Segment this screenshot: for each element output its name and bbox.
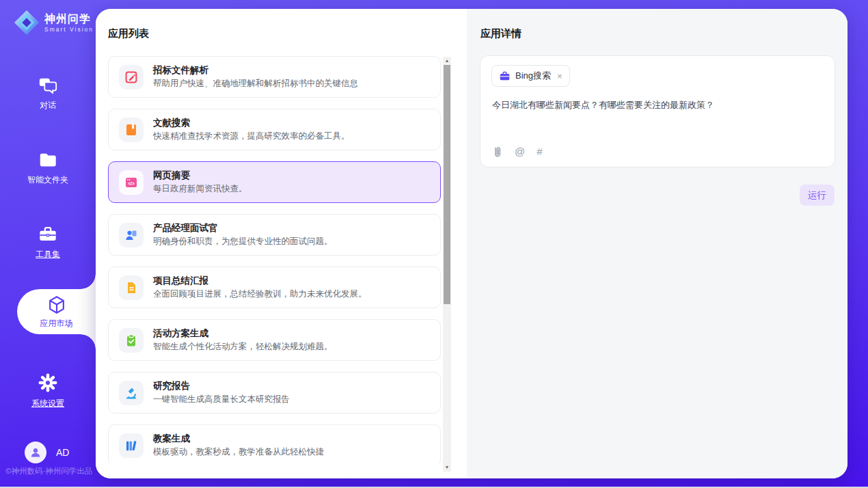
chat-icon	[38, 75, 58, 96]
scrollbar-thumb[interactable]	[444, 65, 450, 304]
app-list-item-2[interactable]: 文献搜索 快速精准查找学术资源，提高研究效率的必备工具。	[108, 109, 441, 150]
sidebar-item-label: 系统设置	[31, 398, 64, 409]
document-icon	[124, 281, 138, 295]
copyright-text: ©神州数码·神州问学出品	[5, 466, 92, 476]
user-profile[interactable]: AD	[25, 442, 69, 463]
app-icon-tile	[119, 328, 144, 353]
user-initials: AD	[56, 447, 69, 458]
sidebar-item-tools[interactable]: 工具集	[0, 224, 96, 260]
app-list-item-7[interactable]: 研究报告 一键智能生成高质量长文本研究报告	[108, 372, 441, 414]
sidebar: 神州问学 Smart Vision 对话 智能文件夹	[0, 0, 96, 488]
tool-tag-bing[interactable]: Bing搜索 ×	[491, 65, 570, 87]
mention-icon[interactable]: @	[515, 146, 525, 158]
toolbox-icon	[38, 224, 58, 245]
scrollbar[interactable]: ▲ ▼	[443, 57, 451, 472]
brand-name: 神州问学	[44, 13, 94, 25]
app-desc: 一键智能生成高质量长文本研究报告	[153, 394, 290, 405]
web-code-icon: </>	[124, 176, 138, 189]
run-button[interactable]: 运行	[800, 185, 835, 206]
app-title: 招标文件解析	[153, 64, 358, 76]
app-icon-tile	[119, 381, 144, 405]
bid-edit-icon	[124, 70, 138, 84]
app-desc: 每日政府新闻资讯快查。	[153, 183, 247, 195]
app-list-title: 应用列表	[108, 27, 149, 40]
prompt-composer[interactable]: Bing搜索 × 今日湖北有哪些新闻要点？有哪些需要关注的最新政策？ @ #	[480, 55, 835, 167]
app-icon-tile	[119, 118, 144, 142]
brand-logo: 神州问学 Smart Vision	[14, 10, 94, 36]
close-icon[interactable]: ×	[557, 71, 562, 81]
app-list-item-1[interactable]: 招标文件解析 帮助用户快速、准确地理解和解析招标书中的关键信息	[108, 56, 441, 98]
composer-toolbar: @ #	[492, 146, 543, 158]
person-icon	[28, 445, 43, 460]
sidebar-item-market[interactable]: 应用市场	[17, 289, 96, 334]
sidebar-item-label: 智能文件夹	[27, 174, 68, 186]
app-detail-title: 应用详情	[480, 27, 521, 40]
app-detail-panel: 应用详情 Bing搜索 × 今日湖北有哪些新闻要点？有哪些需要关注的最新政策？	[467, 9, 847, 478]
app-icon-tile	[119, 433, 144, 458]
app-desc: 明确身份和职责，为您提供专业性的面试问题。	[153, 236, 333, 247]
app-list-item-5[interactable]: 项目总结汇报 全面回顾项目进展，总结经验教训，助力未来优化发展。	[108, 267, 441, 308]
gear-icon	[37, 372, 59, 394]
sidebar-item-label: 对话	[40, 100, 56, 111]
app-desc: 模板驱动，教案秒成，教学准备从此轻松快捷	[153, 446, 324, 458]
app-icon-tile	[119, 275, 144, 300]
sidebar-item-label: 工具集	[36, 249, 60, 260]
sidebar-item-label: 应用市场	[40, 318, 73, 329]
app-title: 教案生成	[153, 433, 324, 444]
cube-icon	[46, 295, 67, 315]
paperclip-icon[interactable]	[492, 146, 503, 158]
tool-tag-label: Bing搜索	[515, 70, 551, 82]
app-title: 文献搜索	[153, 117, 350, 128]
app-desc: 智能生成个性化活动方案，轻松解决规划难题。	[153, 341, 333, 353]
app-list-item-4[interactable]: 产品经理面试官 明确身份和职责，为您提供专业性的面试问题。	[108, 214, 441, 256]
app-desc: 全面回顾项目进展，总结经验教训，助力未来优化发展。	[153, 288, 367, 300]
clipboard-check-icon	[124, 334, 138, 347]
sidebar-item-settings[interactable]: 系统设置	[0, 372, 96, 409]
app-list-item-6[interactable]: 活动方案生成 智能生成个性化活动方案，轻松解决规划难题。	[108, 319, 441, 361]
app-window: 神州问学 Smart Vision 对话 智能文件夹	[0, 0, 868, 488]
main-content: 应用列表 招标文件解析 帮助用户快速、准确地理解和解析招标书中的关键信息 文献搜…	[96, 9, 847, 478]
app-desc: 帮助用户快速、准确地理解和解析招标书中的关键信息	[153, 78, 358, 90]
books-icon	[124, 439, 138, 452]
app-list-panel: 应用列表 招标文件解析 帮助用户快速、准确地理解和解析招标书中的关键信息 文献搜…	[96, 9, 467, 478]
brand-diamond-icon	[14, 10, 40, 36]
hash-icon[interactable]: #	[537, 146, 542, 158]
app-title: 项目总结汇报	[153, 275, 367, 286]
avatar	[25, 442, 46, 463]
app-icon-tile	[119, 65, 144, 90]
briefcase-icon	[499, 70, 511, 82]
app-list-item-8[interactable]: 教案生成 模板驱动，教案秒成，教学准备从此轻松快捷	[108, 424, 441, 463]
sidebar-item-chat[interactable]: 对话	[0, 75, 96, 111]
sidebar-item-folders[interactable]: 智能文件夹	[0, 150, 96, 186]
svg-text:</>: </>	[128, 181, 135, 186]
app-title: 网页摘要	[153, 170, 247, 181]
scrollbar-down-arrow[interactable]: ▼	[443, 463, 451, 472]
interviewer-icon	[124, 228, 138, 242]
microscope-icon	[124, 386, 138, 400]
scrollbar-up-arrow[interactable]: ▲	[443, 57, 451, 65]
brand-subtitle: Smart Vision	[44, 26, 94, 33]
book-icon	[124, 123, 138, 137]
app-list: 招标文件解析 帮助用户快速、准确地理解和解析招标书中的关键信息 文献搜索 快速精…	[108, 56, 443, 463]
folder-icon	[38, 150, 58, 170]
app-desc: 快速精准查找学术资源，提高研究效率的必备工具。	[153, 131, 350, 142]
app-icon-tile	[119, 223, 144, 247]
app-list-item-3[interactable]: </> 网页摘要 每日政府新闻资讯快查。	[108, 161, 441, 203]
app-icon-tile: </>	[119, 170, 144, 195]
app-title: 活动方案生成	[153, 327, 333, 339]
app-title: 研究报告	[153, 380, 290, 392]
app-title: 产品经理面试官	[153, 222, 333, 234]
prompt-input[interactable]: 今日湖北有哪些新闻要点？有哪些需要关注的最新政策？	[492, 98, 820, 111]
